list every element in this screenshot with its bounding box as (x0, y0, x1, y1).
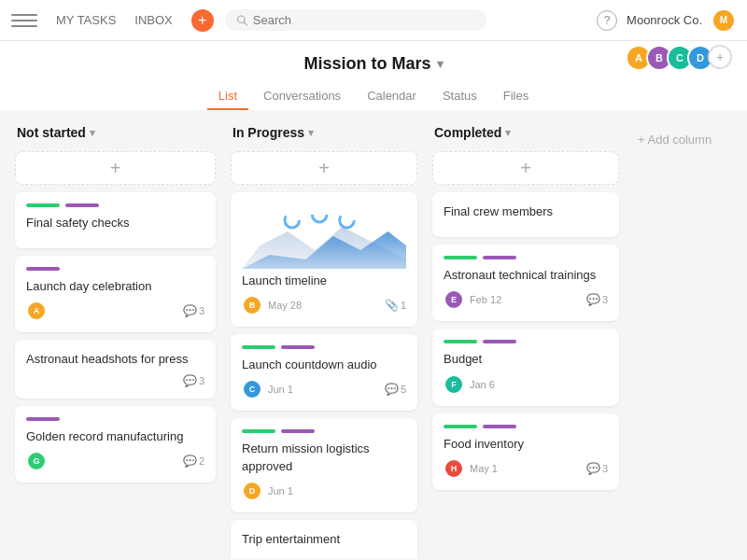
project-nav: List Conversations Calendar Status Files (0, 83, 747, 110)
card-meta: H May 1 (444, 458, 498, 479)
comment-icon: 💬 (586, 293, 600, 306)
add-card-not-started[interactable]: + (15, 151, 216, 185)
column-header-not-started: Not started ▾ (15, 125, 216, 144)
comment-icon: 💬 (183, 374, 197, 387)
card-title: Launch timeline (242, 273, 406, 289)
avatar: G (26, 451, 47, 471)
title-chevron-icon: ▾ (437, 57, 444, 71)
card-meta: D Jun 1 (242, 481, 293, 501)
nav-list[interactable]: List (207, 83, 248, 110)
search-input[interactable] (253, 13, 475, 27)
card-return-mission[interactable]: Return mission logistics approved D Jun … (231, 418, 417, 511)
card-date: Feb 12 (470, 294, 501, 305)
my-tasks-tab[interactable]: MY TASKS (49, 9, 123, 31)
add-card-completed[interactable]: + (432, 151, 619, 185)
avatar: F (444, 374, 464, 395)
card-footer: F Jan 6 (444, 374, 608, 395)
tag-green (444, 256, 477, 259)
project-title[interactable]: Mission to Mars ▾ (303, 54, 443, 74)
tag-purple (26, 417, 60, 421)
card-astronaut-trainings[interactable]: Astronaut technical trainings E Feb 12 💬… (432, 245, 619, 321)
avatar-group: A B C D + (626, 45, 732, 71)
card-astronaut-headshots[interactable]: Astronaut headshots for press 💬 3 (15, 340, 216, 398)
card-meta: B May 28 (242, 295, 302, 315)
avatar: B (242, 295, 262, 315)
column-chevron-icon: ▾ (90, 127, 95, 139)
card-final-safety[interactable]: Final safety checks (15, 192, 216, 248)
tag-green (242, 429, 275, 433)
menu-icon[interactable] (11, 7, 37, 34)
card-title: Astronaut technical trainings (444, 267, 608, 284)
card-tags (444, 256, 608, 259)
card-tags (26, 267, 204, 271)
card-tags (242, 429, 406, 433)
card-footer: B May 28 📎 1 (242, 295, 406, 315)
nav-files[interactable]: Files (492, 83, 540, 110)
column-title-completed[interactable]: Completed ▾ (434, 125, 511, 140)
column-title-in-progress[interactable]: In Progress ▾ (233, 125, 314, 140)
card-final-crew[interactable]: Final crew members (432, 192, 619, 237)
card-footer: D Jun 1 (242, 481, 406, 501)
card-title: Food inventory (444, 436, 608, 453)
tag-purple (65, 203, 99, 207)
card-title: Astronaut headshots for press (26, 351, 204, 368)
card-launch-day[interactable]: Launch day celebration A 💬 3 (15, 256, 216, 332)
tag-green (26, 203, 60, 207)
svg-point-6 (340, 213, 355, 228)
add-card-in-progress[interactable]: + (231, 151, 417, 185)
card-footer: E Feb 12 💬 3 (444, 289, 608, 310)
card-title: Return mission logistics approved (242, 441, 406, 474)
card-date: Jun 1 (268, 485, 293, 497)
avatar: M (712, 8, 736, 33)
members-group: A B C D + (626, 45, 732, 71)
project-header: Mission to Mars ▾ A B C D + List Convers… (0, 41, 747, 110)
card-footer: H May 1 💬 3 (444, 458, 608, 479)
card-trip-entertainment[interactable]: Trip entertainment (231, 520, 417, 558)
attach-icon: 📎 (385, 299, 399, 312)
card-launch-countdown[interactable]: Launch countdown audio C Jun 1 💬 5 (231, 334, 417, 411)
column-title-not-started[interactable]: Not started ▾ (17, 125, 95, 140)
card-date: May 1 (470, 463, 498, 474)
avatar: D (242, 481, 262, 501)
add-member-button[interactable]: + (708, 45, 732, 69)
card-title: Golden record manufacturing (26, 428, 204, 445)
svg-line-1 (244, 22, 247, 25)
board: Not started ▾ + Final safety checks Laun… (0, 110, 747, 558)
card-title: Final crew members (444, 203, 608, 220)
column-completed: Completed ▾ + Final crew members Astrona… (432, 125, 619, 490)
card-meta: C Jun 1 (242, 379, 293, 399)
avatar: C (242, 379, 262, 399)
card-tags (444, 340, 608, 343)
company-name: Moonrock Co. (627, 13, 702, 27)
topbar-right: ? Moonrock Co. M (597, 8, 736, 33)
inbox-tab[interactable]: INBOX (127, 9, 179, 31)
nav-calendar[interactable]: Calendar (356, 83, 428, 110)
card-golden-record[interactable]: Golden record manufacturing G 💬 2 (15, 406, 216, 483)
card-tags (242, 345, 406, 349)
tag-green (444, 425, 477, 428)
card-budget[interactable]: Budget F Jan 6 (432, 329, 619, 405)
column-chevron-icon: ▾ (505, 127, 511, 139)
nav-status[interactable]: Status (431, 83, 488, 110)
column-in-progress: In Progress ▾ + (231, 125, 417, 558)
card-tags (26, 203, 204, 207)
tag-purple (483, 425, 516, 428)
card-title: Final safety checks (26, 215, 204, 231)
card-launch-timeline[interactable]: Launch timeline B May 28 📎 1 (231, 192, 417, 327)
top-nav: MY TASKS INBOX (49, 9, 180, 31)
card-tags (26, 417, 204, 421)
tag-green (242, 345, 275, 349)
help-button[interactable]: ? (597, 10, 617, 31)
tag-green (444, 340, 477, 343)
card-food-inventory[interactable]: Food inventory H May 1 💬 3 (432, 413, 619, 490)
card-tags (444, 425, 608, 428)
attach-count: 📎 1 (385, 299, 406, 312)
card-date: Jan 6 (470, 379, 495, 390)
comment-icon: 💬 (183, 455, 197, 468)
column-not-started: Not started ▾ + Final safety checks Laun… (15, 125, 216, 483)
card-date: Jun 1 (268, 384, 293, 395)
add-column-button[interactable]: + Add column (634, 125, 715, 154)
comment-icon: 💬 (183, 304, 197, 317)
add-button[interactable]: + (191, 9, 214, 32)
nav-conversations[interactable]: Conversations (252, 83, 352, 110)
